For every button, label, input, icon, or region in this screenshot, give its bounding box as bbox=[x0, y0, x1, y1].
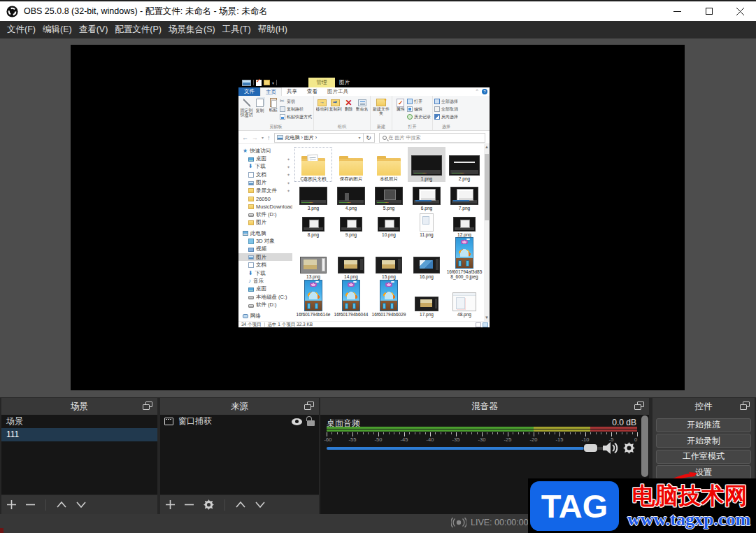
file-item[interactable]: 14.png bbox=[332, 238, 370, 280]
file-item[interactable]: 16f601794b6029 bbox=[370, 280, 408, 318]
file-item[interactable]: 16f601794b6044 bbox=[332, 280, 370, 318]
copy-path-button[interactable]: 复制路径 bbox=[280, 106, 312, 113]
invert-selection-button[interactable]: 反向选择 bbox=[434, 113, 458, 120]
breadcrumb[interactable]: 此电脑 › 图片 › ▾ bbox=[274, 133, 364, 143]
file-item[interactable]: 13.png bbox=[294, 238, 332, 280]
menu-edit[interactable]: 编辑(E) bbox=[39, 21, 76, 38]
properties-button[interactable]: 属性 bbox=[394, 97, 407, 111]
tab-home[interactable]: 主页 bbox=[260, 87, 282, 96]
source-properties-gear-icon[interactable] bbox=[204, 499, 214, 510]
select-none-button[interactable]: 全部取消 bbox=[434, 106, 458, 113]
file-item[interactable]: 16f601794b614e bbox=[294, 280, 332, 318]
thumbnails-view-icon[interactable] bbox=[483, 322, 488, 327]
sources-dock-header[interactable]: 来源 bbox=[160, 398, 319, 415]
volume-slider-handle[interactable] bbox=[584, 444, 597, 452]
sidebar-item-drive-c[interactable]: 本地磁盘 (C:) bbox=[238, 293, 292, 301]
details-view-icon[interactable] bbox=[476, 322, 481, 327]
popout-icon[interactable] bbox=[143, 401, 152, 410]
close-button[interactable] bbox=[725, 1, 756, 21]
sidebar-item-drive-d[interactable]: 软件 (D:) bbox=[238, 211, 292, 218]
sidebar-item-music[interactable]: ♪音乐 bbox=[238, 277, 292, 285]
start-recording-button[interactable]: 开始录制 bbox=[656, 434, 751, 448]
paste-shortcut-button[interactable]: 粘贴快捷方式 bbox=[280, 113, 312, 120]
sidebar-item-documents[interactable]: 文档✦ bbox=[238, 171, 292, 178]
sidebar-item-recordings[interactable]: 录屏文件✦ bbox=[238, 187, 292, 194]
address-dropdown-icon[interactable]: ▾ bbox=[359, 135, 361, 140]
move-scene-down-button[interactable] bbox=[76, 502, 86, 508]
file-item[interactable]: 6.png bbox=[408, 182, 445, 211]
scene-item[interactable]: 场景 bbox=[1, 415, 157, 428]
menu-view[interactable]: 查看(V) bbox=[76, 21, 112, 38]
history-button[interactable]: 历史记录 bbox=[407, 113, 431, 120]
sidebar-item-documents2[interactable]: 文档 bbox=[238, 261, 292, 269]
popout-icon[interactable] bbox=[304, 401, 314, 410]
scene-item-selected[interactable]: 111 bbox=[1, 428, 157, 441]
explorer-manage-tab[interactable]: 管理 bbox=[308, 78, 335, 87]
mixer-gear-icon[interactable] bbox=[623, 442, 635, 454]
sidebar-item-3d-objects[interactable]: 3D 对象 bbox=[238, 237, 292, 245]
lock-icon[interactable] bbox=[307, 420, 315, 426]
explorer-scrollbar[interactable]: ▲ ▼ bbox=[484, 144, 490, 321]
sidebar-item-quick-access[interactable]: ★快速访问 bbox=[238, 147, 292, 155]
file-item[interactable]: 48.png bbox=[445, 280, 483, 318]
speaker-icon[interactable] bbox=[602, 441, 619, 455]
file-item[interactable]: 保存的图片 bbox=[332, 147, 370, 182]
cut-button[interactable]: ✂剪切 bbox=[280, 98, 312, 105]
file-item[interactable]: 12.png bbox=[445, 211, 483, 238]
forward-icon[interactable]: → bbox=[252, 134, 258, 141]
help-icon[interactable]: ? bbox=[482, 89, 487, 94]
sidebar-item-downloads[interactable]: ⬇下载✦ bbox=[238, 163, 292, 171]
volume-slider[interactable] bbox=[327, 441, 643, 455]
scroll-down-icon[interactable]: ▼ bbox=[484, 315, 490, 321]
move-source-up-button[interactable] bbox=[236, 502, 245, 508]
file-item[interactable]: 9.png bbox=[332, 211, 370, 238]
tab-picture-tools[interactable]: 图片工具 bbox=[322, 87, 353, 96]
file-item[interactable]: 7.png bbox=[445, 182, 483, 211]
add-source-button[interactable] bbox=[166, 500, 175, 509]
maximize-button[interactable] bbox=[693, 1, 725, 21]
mixer-dock-header[interactable]: 混音器 bbox=[320, 398, 649, 415]
remove-scene-button[interactable] bbox=[26, 500, 35, 509]
scenes-dock-header[interactable]: 场景 bbox=[1, 398, 157, 415]
pin-quick-access-button[interactable]: 固定到快速访问 bbox=[240, 97, 253, 118]
move-scene-up-button[interactable] bbox=[57, 502, 66, 508]
file-item-selected[interactable]: 1.png bbox=[408, 147, 445, 182]
menu-scene-collection[interactable]: 场景集合(S) bbox=[165, 21, 219, 38]
file-item[interactable]: 8.png bbox=[294, 211, 332, 238]
recent-locations-icon[interactable]: ▾ bbox=[262, 135, 264, 140]
preview-canvas[interactable]: ▾ 管理 图片 文件 主页 共享 查看 图片工具 ⌃ ? bbox=[71, 45, 685, 390]
studio-mode-button[interactable]: 工作室模式 bbox=[656, 450, 751, 464]
file-item[interactable]: 17.png bbox=[408, 280, 445, 318]
file-item[interactable]: 4.png bbox=[332, 182, 370, 211]
file-item[interactable]: C盘图片文档 bbox=[294, 147, 332, 182]
move-to-button[interactable]: 移动到 bbox=[315, 97, 329, 111]
select-all-button[interactable]: 全部选择 bbox=[434, 98, 458, 105]
sidebar-item-desktop[interactable]: 桌面✦ bbox=[238, 155, 292, 162]
sidebar-item-26050[interactable]: 26050 bbox=[238, 194, 292, 202]
move-source-down-button[interactable] bbox=[255, 502, 265, 508]
file-item[interactable]: 11.png bbox=[408, 211, 445, 238]
scroll-thumb[interactable] bbox=[485, 154, 489, 220]
sidebar-item-this-pc[interactable]: 此电脑 bbox=[238, 229, 292, 237]
file-item[interactable]: 本机照片 bbox=[370, 147, 408, 182]
sidebar-item-drive-d2[interactable]: 软件 (D:) bbox=[238, 301, 292, 308]
visibility-eye-icon[interactable] bbox=[292, 418, 302, 425]
search-input[interactable]: 在 图片 中搜索 bbox=[379, 133, 485, 143]
copy-button[interactable]: 复制 bbox=[253, 97, 266, 113]
sidebar-item-desktop2[interactable]: 桌面 bbox=[238, 285, 292, 293]
menu-profile[interactable]: 配置文件(P) bbox=[111, 21, 165, 38]
tab-share[interactable]: 共享 bbox=[282, 87, 302, 96]
sidebar-item-musicdownload[interactable]: MusicDownload1 bbox=[238, 203, 292, 211]
start-streaming-button[interactable]: 开始推流 bbox=[656, 418, 751, 432]
menu-help[interactable]: 帮助(H) bbox=[255, 21, 291, 38]
file-item[interactable]: 2.png bbox=[445, 147, 483, 182]
file-item[interactable]: 15.png bbox=[370, 238, 408, 280]
up-icon[interactable]: ↑ bbox=[267, 134, 271, 141]
sidebar-item-downloads2[interactable]: ⬇下载 bbox=[238, 269, 292, 277]
copy-to-button[interactable]: 复制到 bbox=[329, 97, 342, 111]
file-item[interactable]: 3.png bbox=[294, 182, 332, 211]
sidebar-item-network[interactable]: 网络 bbox=[238, 312, 292, 320]
collapse-ribbon-icon[interactable]: ⌃ bbox=[475, 89, 479, 94]
popout-icon[interactable] bbox=[740, 401, 750, 410]
add-scene-button[interactable] bbox=[7, 500, 16, 509]
